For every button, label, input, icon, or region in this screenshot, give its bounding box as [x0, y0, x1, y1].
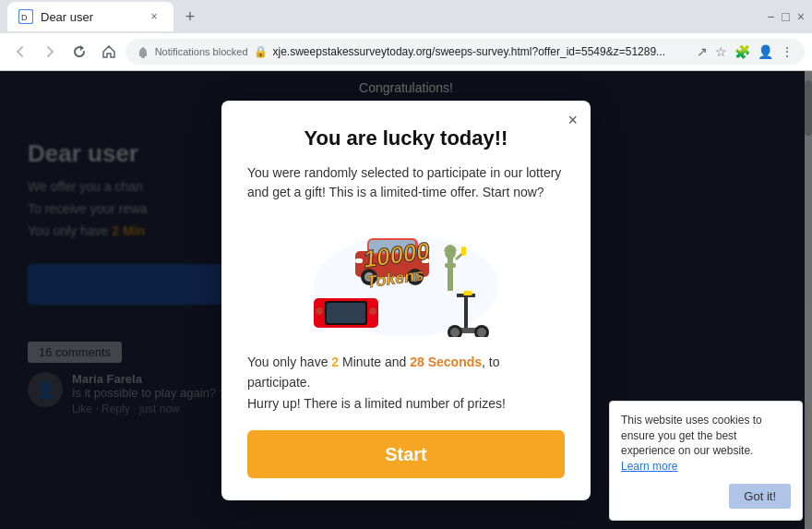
modal-start-button[interactable]: Start — [247, 430, 565, 478]
timer-seconds-label: Seconds — [424, 355, 482, 369]
svg-rect-12 — [355, 258, 363, 263]
prize-collage-svg: 10000 Tokens — [295, 217, 517, 337]
lucky-modal: × You are lucky today!! You were randoml… — [221, 101, 591, 500]
window-controls: − □ × — [767, 9, 805, 24]
share-icon[interactable]: ↗ — [697, 44, 708, 59]
timer-prefix: You only have — [247, 355, 331, 369]
svg-point-30 — [369, 307, 376, 315]
home-button[interactable] — [96, 39, 122, 65]
refresh-button[interactable] — [66, 39, 92, 65]
modal-description: You were randomly selected to participat… — [247, 163, 565, 202]
browser-chrome: D Dear user × + − □ × Notifications b — [0, 0, 812, 71]
notification-blocked-label: Notifications blocked — [137, 44, 248, 59]
got-it-button[interactable]: Got it! — [729, 484, 791, 509]
svg-rect-21 — [461, 246, 466, 256]
page-background: Congratulations! Promotional Contest on … — [0, 71, 812, 529]
modal-prize-image: 10000 Tokens — [247, 217, 565, 337]
close-window-button[interactable]: × — [797, 9, 805, 24]
tab-title: Dear user — [41, 10, 138, 24]
menu-icon[interactable]: ⋮ — [781, 44, 794, 59]
url-text: xje.sweepstakessurveytoday.org/sweeps-su… — [273, 45, 691, 58]
modal-close-button[interactable]: × — [567, 112, 578, 128]
timer-hurry: Hurry up! There is a limited number of p… — [247, 396, 506, 411]
svg-point-35 — [450, 328, 460, 337]
svg-point-29 — [316, 307, 323, 315]
tab-bar: D Dear user × + − □ × — [0, 0, 812, 33]
modal-title: You are lucky today!! — [247, 126, 565, 150]
cookie-banner: This website uses cookies to ensure you … — [609, 401, 803, 521]
profile-icon[interactable]: 👤 — [758, 44, 773, 59]
new-tab-button[interactable]: + — [177, 4, 203, 30]
svg-marker-2 — [80, 45, 84, 51]
tab-favicon: D — [18, 9, 33, 24]
timer-seconds: 28 — [410, 355, 424, 369]
modal-timer: You only have 2 Minute and 28 Seconds, t… — [247, 352, 565, 414]
learn-more-link[interactable]: Learn more — [621, 460, 677, 473]
extensions-icon[interactable]: 🧩 — [734, 44, 750, 59]
svg-rect-26 — [327, 303, 365, 323]
address-bar-icons: ↗ ☆ 🧩 👤 ⋮ — [697, 44, 794, 59]
svg-rect-38 — [463, 291, 472, 295]
timer-minutes: 2 — [331, 355, 339, 369]
maximize-button[interactable]: □ — [782, 9, 789, 24]
svg-rect-15 — [445, 263, 456, 268]
svg-rect-3 — [141, 56, 145, 58]
notifications-blocked-text: Notifications blocked — [155, 46, 248, 57]
lock-icon: 🔒 — [254, 45, 268, 58]
address-bar[interactable]: Notifications blocked 🔒 xje.sweepstakess… — [125, 39, 805, 65]
back-button[interactable] — [7, 39, 33, 65]
nav-bar: Notifications blocked 🔒 xje.sweepstakess… — [0, 33, 812, 70]
timer-minutes-text: Minute and — [339, 355, 410, 369]
forward-button[interactable] — [37, 39, 63, 65]
svg-point-37 — [477, 328, 486, 337]
tab-close-button[interactable]: × — [146, 8, 162, 25]
minimize-button[interactable]: − — [767, 9, 774, 24]
cookie-text: This website uses cookies to ensure you … — [621, 413, 791, 475]
bookmark-icon[interactable]: ☆ — [715, 44, 727, 59]
svg-text:D: D — [21, 13, 28, 22]
cookie-message: This website uses cookies to ensure you … — [621, 414, 762, 458]
active-tab[interactable]: D Dear user × — [7, 2, 173, 31]
